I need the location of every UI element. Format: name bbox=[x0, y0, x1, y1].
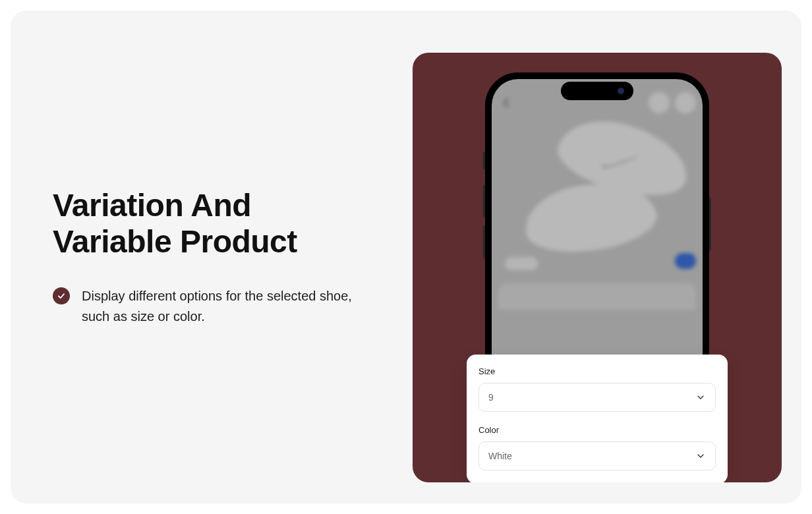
swoosh-icon bbox=[597, 152, 643, 171]
color-value: White bbox=[488, 451, 512, 461]
size-label: Size bbox=[478, 366, 716, 376]
phone-side-button bbox=[709, 198, 711, 250]
feature-card: Variation And Variable Product Display d… bbox=[11, 11, 801, 503]
phone-side-button bbox=[483, 152, 485, 170]
top-action-icons bbox=[649, 92, 696, 113]
feature-title: Variation And Variable Product bbox=[53, 187, 369, 260]
back-icon[interactable] bbox=[500, 96, 513, 109]
favorite-icon[interactable] bbox=[675, 92, 696, 113]
phone-side-button bbox=[483, 225, 485, 258]
share-icon[interactable] bbox=[649, 92, 670, 113]
check-icon bbox=[53, 287, 70, 304]
chevron-down-icon bbox=[695, 392, 706, 403]
color-label: Color bbox=[478, 425, 716, 435]
size-value: 9 bbox=[488, 392, 494, 403]
variations-header bbox=[498, 283, 696, 310]
action-pill[interactable] bbox=[675, 253, 696, 269]
bullet-row: Display different options for the select… bbox=[53, 286, 369, 327]
color-select[interactable]: White bbox=[478, 442, 716, 471]
dynamic-island bbox=[561, 82, 633, 100]
camera-icon bbox=[618, 88, 624, 94]
phone-preview-panel: Buy Now Add to Cart Size 9 Color White bbox=[413, 53, 782, 482]
size-select[interactable]: 9 bbox=[478, 383, 716, 412]
text-column: Variation And Variable Product Display d… bbox=[53, 187, 369, 327]
chevron-down-icon bbox=[695, 451, 706, 461]
pagination-dots[interactable] bbox=[505, 257, 538, 270]
bullet-text: Display different options for the select… bbox=[82, 286, 369, 327]
phone-side-button bbox=[483, 185, 485, 217]
variation-panel: Size 9 Color White bbox=[467, 355, 728, 482]
